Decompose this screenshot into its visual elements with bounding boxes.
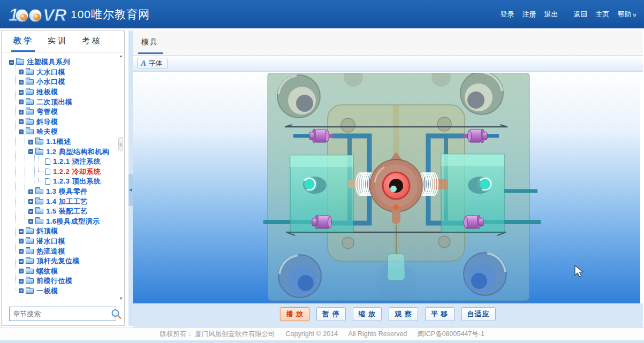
control-button-0[interactable]: 播 放 xyxy=(280,307,309,321)
control-button-1[interactable]: 暂 停 xyxy=(316,307,346,321)
tree-item[interactable]: +小水口模 xyxy=(2,77,124,87)
tree-item-label[interactable]: 1.3 模具零件 xyxy=(46,187,88,196)
control-button-3[interactable]: 观 察 xyxy=(389,307,418,321)
tree-toggle-plus[interactable]: + xyxy=(19,229,24,234)
tree-item[interactable]: +一板模 xyxy=(2,286,124,296)
tree-item[interactable]: +斜顶模 xyxy=(2,226,124,237)
tree-item[interactable]: +螺纹模 xyxy=(2,266,124,276)
tree-item-label[interactable]: 弯管模 xyxy=(36,107,58,117)
tree-toggle-plus[interactable]: + xyxy=(19,239,24,243)
tree-toggle-plus[interactable]: + xyxy=(19,80,24,85)
sidebar-tab-1[interactable]: 实训 xyxy=(48,36,68,47)
tree-toggle-plus[interactable]: + xyxy=(19,288,24,293)
tree-item[interactable]: 1.2.2 冷却系统 xyxy=(2,167,124,177)
tree-toggle-plus[interactable]: + xyxy=(19,100,24,104)
tree-item-label[interactable]: 1.2.1 浇注系统 xyxy=(53,157,101,166)
tree-item-label[interactable]: 顶杆先复位模 xyxy=(36,256,80,266)
tree-item[interactable]: +1.5 装配工艺 xyxy=(2,207,124,217)
nav-link-2[interactable]: 退出 xyxy=(544,10,558,19)
search-icon[interactable] xyxy=(110,308,122,320)
search-input[interactable] xyxy=(10,310,110,318)
folder-icon xyxy=(26,119,34,125)
tree-item-label[interactable]: 1.1概述 xyxy=(46,137,71,147)
folder-icon xyxy=(35,219,43,224)
tree-item[interactable]: +大水口模 xyxy=(2,67,124,78)
tree-item[interactable]: +二次顶出模 xyxy=(2,97,124,107)
tree-item-label[interactable]: 推板模 xyxy=(36,87,58,97)
tree-toggle-plus[interactable]: + xyxy=(19,119,24,124)
tree-item-label[interactable]: 前模行位模 xyxy=(36,276,73,286)
tree-toggle-plus[interactable]: + xyxy=(19,90,24,95)
tree-toggle-plus[interactable]: + xyxy=(28,219,33,224)
panel-splitter[interactable]: ◀ xyxy=(128,31,133,326)
tree-item-label[interactable]: 1.5 装配工艺 xyxy=(46,207,88,216)
folder-icon xyxy=(26,239,34,244)
tree-toggle-minus[interactable]: − xyxy=(19,129,24,134)
tree-toggle-plus[interactable]: + xyxy=(28,199,33,204)
tree-item-label[interactable]: 小水口模 xyxy=(36,77,65,87)
tree-item[interactable]: 1.2.1 浇注系统 xyxy=(2,157,124,167)
nav-link-4[interactable]: 主页 xyxy=(595,10,609,19)
scroll-down-icon[interactable]: ▼ xyxy=(119,296,123,301)
tree-item[interactable]: +1.6模具成型演示 xyxy=(2,217,124,227)
tree-item[interactable]: 1.2.3 顶出系统 xyxy=(2,177,124,187)
control-button-5[interactable]: 自适应 xyxy=(461,307,496,321)
sidebar-tab-2[interactable]: 考核 xyxy=(82,36,102,47)
nav-link-0[interactable]: 登录 xyxy=(500,10,514,19)
tree-item-label[interactable]: 1.2 典型结构和机构 xyxy=(46,147,109,157)
viewer-3d-canvas[interactable] xyxy=(133,73,640,303)
tree-toggle-minus[interactable]: − xyxy=(28,149,33,154)
tree-item-label[interactable]: 1.6模具成型演示 xyxy=(46,217,100,226)
tree-toggle-plus[interactable]: + xyxy=(19,279,24,284)
site-logo[interactable]: 1 VR xyxy=(7,4,67,25)
tree-item-label[interactable]: 1.2.3 顶出系统 xyxy=(53,177,101,186)
tree-item[interactable]: +斜导模 xyxy=(2,117,124,127)
tree-item[interactable]: −哈夫模 xyxy=(2,127,124,137)
tree-item-label[interactable]: 哈夫模 xyxy=(36,127,58,136)
tree-toggle-plus[interactable]: + xyxy=(19,259,24,264)
tree-item[interactable]: +1.3 模具零件 xyxy=(2,187,124,197)
logo-eye-icon xyxy=(34,14,41,21)
tab-mold[interactable]: 模具 xyxy=(141,37,158,47)
tree-item-label[interactable]: 潜水口模 xyxy=(36,237,65,246)
tree-connector xyxy=(38,157,43,162)
font-button[interactable]: A 字体 xyxy=(137,58,168,69)
tree-item[interactable]: +1.1概述 xyxy=(2,137,124,147)
tree-item[interactable]: +弯管模 xyxy=(2,107,124,117)
tree-item-label[interactable]: 斜顶模 xyxy=(36,226,58,236)
tree-item[interactable]: +热流道模 xyxy=(2,246,124,256)
nav-link-1[interactable]: 注册 xyxy=(522,10,536,19)
tree-toggle-plus[interactable]: + xyxy=(28,209,33,214)
tree-item-label[interactable]: 大水口模 xyxy=(36,67,65,77)
tree-toggle-plus[interactable]: + xyxy=(28,189,33,194)
nav-link-3[interactable]: 返回 xyxy=(573,10,587,19)
sidebar-tab-0[interactable]: 教学 xyxy=(13,36,34,47)
tree-item[interactable]: −1.2 典型结构和机构 xyxy=(2,147,124,157)
tree-item-label[interactable]: 一板模 xyxy=(36,286,58,296)
tree-item-label[interactable]: 斜导模 xyxy=(36,117,58,127)
splitter-handle[interactable]: ◀ xyxy=(128,174,133,206)
tree-item-label[interactable]: 1.4 加工工艺 xyxy=(46,197,88,207)
folder-icon xyxy=(26,228,34,234)
tree-item-label[interactable]: 热流道模 xyxy=(36,247,65,256)
tree-item-label[interactable]: 螺纹模 xyxy=(36,266,58,276)
tree-item[interactable]: −注塑模具系列 xyxy=(2,57,124,67)
tree-item[interactable]: +顶杆先复位模 xyxy=(2,256,124,266)
tree-item[interactable]: +潜水口模 xyxy=(2,237,124,247)
nav-link-5[interactable]: 帮助∨ xyxy=(617,10,637,19)
tree-item[interactable]: +前模行位模 xyxy=(2,276,124,286)
tree-item-label[interactable]: 1.2.2 冷却系统 xyxy=(53,167,101,177)
tree-item[interactable]: +推板模 xyxy=(2,87,124,97)
control-button-2[interactable]: 缩 放 xyxy=(353,307,382,321)
control-button-4[interactable]: 平 移 xyxy=(425,307,454,321)
tree-toggle-plus[interactable]: + xyxy=(19,249,24,254)
tree-item-label[interactable]: 二次顶出模 xyxy=(36,97,73,107)
tree-item-label[interactable]: 注塑模具系列 xyxy=(27,57,70,67)
tree-toggle-minus[interactable]: − xyxy=(9,60,14,65)
tree-toggle-plus[interactable]: + xyxy=(19,269,24,273)
tree-item[interactable]: +1.4 加工工艺 xyxy=(2,196,124,207)
tree-toggle-plus[interactable]: + xyxy=(19,110,24,115)
folder-icon xyxy=(35,149,43,155)
tree-toggle-plus[interactable]: + xyxy=(28,140,33,144)
tree-toggle-plus[interactable]: + xyxy=(19,70,24,74)
